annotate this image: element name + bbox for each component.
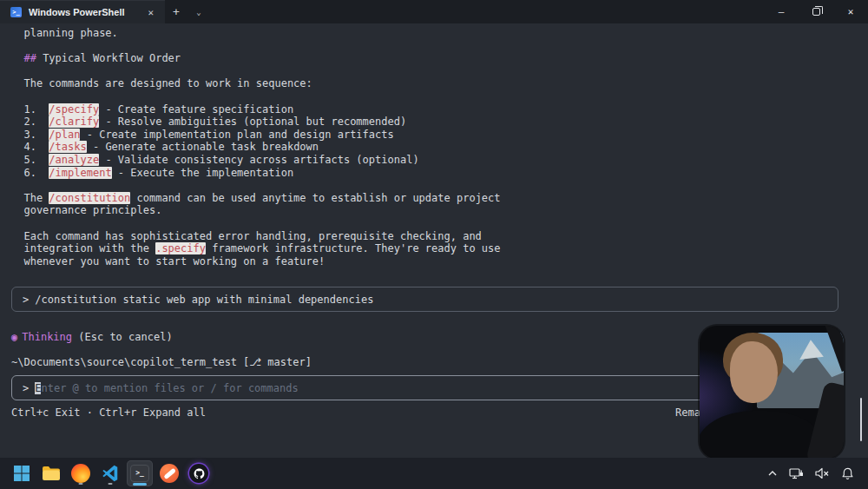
terminal-line: 3. /plan - Create implementation plan an… — [11, 129, 501, 142]
terminal-line — [11, 217, 501, 230]
windows-terminal-button[interactable]: >_ — [127, 460, 153, 486]
orange-app-button[interactable] — [156, 460, 182, 486]
minimize-button[interactable]: — — [764, 0, 799, 23]
terminal-line: governance principles. — [11, 204, 501, 217]
spinner-icon: ◉ — [11, 331, 17, 343]
terminal-line: The commands are designed to work in seq… — [11, 77, 501, 90]
terminal-line: 4. /tasks - Generate actionable task bre… — [11, 141, 501, 154]
vscode-button[interactable] — [97, 460, 123, 486]
firefox-button[interactable] — [68, 460, 94, 486]
new-tab-button[interactable]: + — [165, 0, 187, 23]
directory-path: ~\Documents\source\copilot_term_test — [11, 356, 237, 368]
prompt-caret: > — [23, 294, 29, 306]
terminal-line: 5. /analyze - Validate consistency acros… — [11, 154, 501, 167]
volume-muted-icon[interactable] — [815, 467, 830, 479]
tab-dropdown-icon[interactable]: ⌄ — [187, 0, 210, 23]
network-icon[interactable] — [789, 467, 804, 480]
terminal-line: integration with the .specify framework … — [11, 242, 501, 255]
close-button[interactable]: ✕ — [833, 0, 868, 23]
input-placeholder: nter @ to mention files or / for command… — [41, 382, 298, 394]
tab-title: Windows PowerShell — [29, 7, 136, 17]
thinking-label: Thinking — [22, 331, 72, 343]
vscode-icon — [101, 464, 120, 483]
git-branch-label: [⎇ master] — [243, 356, 312, 368]
terminal-line: Each command has sophisticated error han… — [11, 230, 501, 243]
shortcut-hints: Ctrl+c Exit · Ctrl+r Expand all — [11, 406, 206, 419]
hidden-icons-chevron[interactable] — [767, 468, 778, 479]
slash-mark — [163, 468, 175, 479]
terminal-line: whenever you want to start working on a … — [11, 255, 501, 268]
terminal-line: 6. /implement - Execute the implementati… — [11, 167, 501, 180]
input-prompt-caret: > — [23, 382, 29, 394]
folder-icon — [42, 465, 61, 482]
submitted-command-box: > /constitution static web app with mini… — [11, 287, 838, 312]
windows-logo-icon — [13, 465, 30, 482]
terminal-line: The /constitution command can be used an… — [11, 192, 501, 205]
running-indicator — [79, 483, 83, 486]
file-explorer-button[interactable] — [38, 460, 64, 486]
taskbar: >_ — [0, 458, 868, 489]
system-tray — [767, 467, 868, 480]
person-body — [700, 411, 824, 459]
github-icon — [189, 464, 208, 483]
terminal-line — [11, 65, 501, 78]
scrollbar-thumb[interactable] — [860, 398, 862, 441]
title-bar: >_ Windows PowerShell ✕ + ⌄ — ✕ — [0, 0, 868, 23]
thinking-hint: (Esc to cancel) — [78, 331, 172, 343]
running-indicator — [108, 483, 113, 486]
tab-close-icon[interactable]: ✕ — [143, 5, 158, 20]
terminal-line — [11, 40, 501, 53]
terminal-icon: >_ — [130, 465, 149, 482]
terminal-line — [11, 90, 501, 103]
terminal-line: 2. /clarify - Resolve ambiguities (optio… — [11, 116, 501, 129]
text-cursor: E — [35, 382, 41, 394]
orange-app-icon — [160, 464, 179, 483]
github-desktop-button[interactable] — [186, 460, 212, 486]
start-button[interactable] — [9, 460, 35, 486]
window-controls: — ✕ — [764, 0, 868, 23]
webcam-overlay — [700, 326, 844, 459]
working-directory: ~\Documents\source\copilot_term_test[⎇ m… — [11, 356, 312, 368]
terminal-line — [11, 179, 501, 192]
thinking-status: ◉Thinking (Esc to cancel) — [11, 331, 173, 343]
snow-cap — [799, 340, 824, 360]
terminal-line: ## Typical Workflow Order — [11, 52, 501, 65]
taskbar-icons: >_ — [0, 460, 212, 486]
tab-windows-powershell[interactable]: >_ Windows PowerShell ✕ — [0, 0, 165, 23]
status-right-text: Rema — [675, 406, 700, 419]
notification-bell-icon[interactable] — [841, 467, 854, 480]
terminal-line: planning phase. — [11, 27, 501, 40]
terminal-output: planning phase. ## Typical Workflow Orde… — [11, 27, 501, 268]
person-face — [730, 341, 778, 402]
powershell-icon: >_ — [10, 7, 22, 17]
restore-icon — [812, 8, 820, 16]
active-window-indicator — [133, 483, 147, 486]
restore-button[interactable] — [799, 0, 833, 23]
firefox-icon — [71, 464, 90, 483]
terminal-line: 1. /specify - Create feature specificati… — [11, 103, 501, 116]
submitted-command-text: /constitution static web app with minima… — [35, 294, 373, 306]
